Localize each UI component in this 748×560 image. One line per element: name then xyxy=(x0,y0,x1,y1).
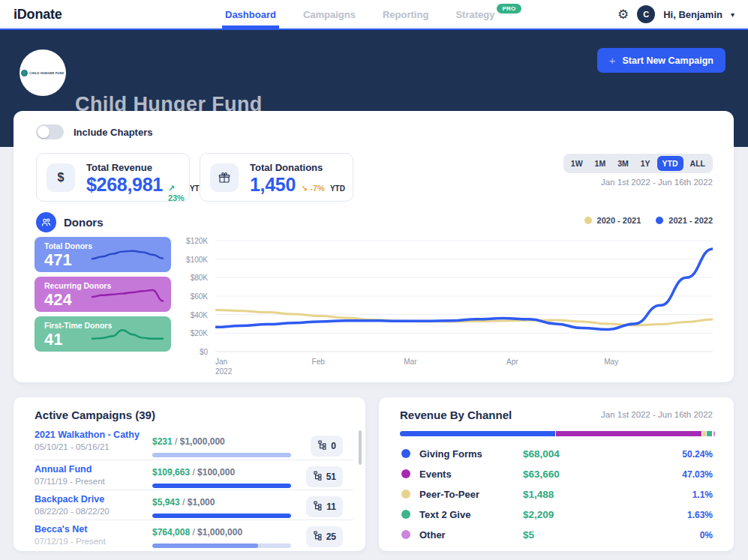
x-tick-label: May xyxy=(604,357,618,367)
legend-item: 2021 - 2022 xyxy=(656,216,713,225)
nav-item-strategy[interactable]: StrategyPRO xyxy=(455,0,521,28)
donors-heading: Donors xyxy=(36,212,104,232)
campaign-raised: $109,663 xyxy=(152,467,190,478)
campaign-link[interactable]: Becca's Net xyxy=(35,524,147,535)
campaign-progress-bar xyxy=(152,514,291,518)
campaign-progress: $764,008 / $1,000,000 xyxy=(152,525,301,548)
chapters-count-badge[interactable]: 0 xyxy=(311,436,343,457)
include-chapters-toggle[interactable] xyxy=(36,124,64,139)
x-tick-label: Jan 2022 xyxy=(215,357,232,376)
app-logo[interactable]: iDonate xyxy=(14,7,62,22)
nav-item-reporting[interactable]: Reporting xyxy=(383,0,428,28)
chevron-down-icon[interactable]: ▾ xyxy=(731,10,734,19)
nav-item-label: Campaigns xyxy=(303,9,356,20)
campaign-link[interactable]: 2021 Walkathon - Cathy xyxy=(35,430,147,440)
channel-label: Text 2 Give xyxy=(419,509,470,520)
summary-value-row: 1,450↘ -7%YTD xyxy=(250,174,345,196)
nav-item-label: Strategy xyxy=(455,9,494,20)
campaign-progress: $5,943 / $1,000 xyxy=(152,495,301,518)
donor-card-total-donors[interactable]: Total Donors471 xyxy=(35,237,171,272)
range-button-ytd[interactable]: YTD xyxy=(657,156,683,171)
nav-item-campaigns[interactable]: Campaigns xyxy=(303,0,356,28)
range-button-all[interactable]: ALL xyxy=(685,156,710,171)
donor-card-first-time-donors[interactable]: First-Time Donors41 xyxy=(35,316,171,352)
channel-percent: 1.1% xyxy=(692,490,713,500)
range-button-1y[interactable]: 1Y xyxy=(635,156,656,171)
channel-dot xyxy=(401,490,410,499)
chapters-icon xyxy=(313,470,323,484)
date-range-label: Jan 1st 2022 - Jun 16th 2022 xyxy=(601,178,713,187)
line-chart-svg xyxy=(215,235,713,355)
dollar-icon: $ xyxy=(47,163,75,192)
campaigns-scrollbar[interactable] xyxy=(359,430,362,465)
nav-item-dashboard[interactable]: Dashboard xyxy=(225,0,276,28)
range-button-1w[interactable]: 1W xyxy=(566,156,588,171)
y-tick-label: $100K xyxy=(186,256,208,264)
campaign-progress-bar xyxy=(152,544,291,548)
chapters-icon xyxy=(313,530,323,544)
summary-cards: $Total Revenue$268,981↗ 23%YTDTotal Dona… xyxy=(36,153,353,202)
channel-dot xyxy=(401,469,410,478)
y-tick-label: $40K xyxy=(191,311,208,319)
user-avatar[interactable]: C xyxy=(637,5,655,23)
bar-segment-giving-forms xyxy=(400,431,555,436)
campaign-link[interactable]: Annual Fund xyxy=(35,464,147,475)
range-button-1m[interactable]: 1M xyxy=(590,156,611,171)
campaign-link[interactable]: Backpack Drive xyxy=(35,494,147,505)
summary-value-row: $268,981↗ 23%YTD xyxy=(86,174,205,202)
channel-label: Peer-To-Peer xyxy=(419,489,479,500)
channel-row: Other$50% xyxy=(379,525,734,545)
campaign-progress: $109,663 / $100,000 xyxy=(152,465,301,488)
channel-percent: 1.63% xyxy=(687,510,713,520)
amount-separator: / xyxy=(180,497,188,508)
bar-segment-other xyxy=(713,431,715,436)
user-greeting[interactable]: Hi, Benjamin xyxy=(663,9,722,20)
channel-amount: $5 xyxy=(523,529,534,541)
donor-card-value: 41 xyxy=(44,330,62,349)
campaign-goal: $100,000 xyxy=(197,467,235,478)
donor-sparkline xyxy=(90,285,165,307)
x-tick-label: Apr xyxy=(506,357,518,367)
channel-amount: $68,004 xyxy=(523,448,560,460)
campaign-progress: $231 / $1,000,000 xyxy=(152,434,301,457)
legend-label: 2020 - 2021 xyxy=(597,216,641,225)
top-nav: iDonate DashboardCampaignsReportingStrat… xyxy=(0,0,748,30)
legend-dot xyxy=(656,217,663,224)
campaign-goal: $1,000,000 xyxy=(197,527,242,538)
channel-row: Giving Forms$68,00450.24% xyxy=(379,444,734,464)
legend-item: 2020 - 2021 xyxy=(584,216,641,225)
trend-up: ↗ 23% xyxy=(168,184,185,202)
donor-sparkline xyxy=(90,245,165,268)
donor-revenue-chart[interactable] xyxy=(215,235,713,355)
channel-label: Other xyxy=(419,529,446,541)
chart-legend: 2020 - 20212021 - 2022 xyxy=(584,216,713,225)
chapters-icon xyxy=(313,500,323,514)
campaign-progress-fill xyxy=(152,484,291,488)
campaign-progress-bar xyxy=(152,453,291,457)
campaign-row: Backpack Drive08/22/20 - 08/22/20$5,943 … xyxy=(35,490,353,520)
channel-dot xyxy=(401,510,410,519)
start-new-campaign-button[interactable]: + Start New Campaign xyxy=(597,48,725,73)
amount-separator: / xyxy=(190,467,197,478)
active-campaigns-card: Active Campaigns (39) 2021 Walkathon - C… xyxy=(14,397,365,551)
y-tick-label: $80K xyxy=(191,274,208,282)
org-avatar[interactable]: CHILD HUNGER FUND xyxy=(20,49,66,96)
channel-row: Peer-To-Peer$1,4881.1% xyxy=(379,484,734,505)
chapters-count: 11 xyxy=(326,502,336,512)
plus-icon: + xyxy=(609,54,616,67)
settings-gear-icon[interactable]: ⚙ xyxy=(617,8,629,21)
y-tick-label: $60K xyxy=(191,292,208,301)
range-button-3m[interactable]: 3M xyxy=(612,156,634,171)
chapters-count-badge[interactable]: 25 xyxy=(306,526,343,547)
campaign-goal: $1,000 xyxy=(188,497,215,508)
chapters-count-badge[interactable]: 51 xyxy=(306,466,343,487)
chapters-count-badge[interactable]: 11 xyxy=(306,496,343,517)
y-tick-label: $20K xyxy=(191,329,208,337)
campaign-row: 2021 Walkathon - Cathy05/10/21 - 05/16/2… xyxy=(35,430,353,460)
legend-label: 2021 - 2022 xyxy=(668,216,713,225)
chapters-count: 25 xyxy=(326,532,336,542)
donor-card-recurring-donors[interactable]: Recurring Donors424 xyxy=(35,277,171,312)
channel-row: Text 2 Give$2,2091.63% xyxy=(379,505,734,525)
channel-amount: $2,209 xyxy=(523,509,554,520)
channel-stacked-bar xyxy=(400,431,715,436)
